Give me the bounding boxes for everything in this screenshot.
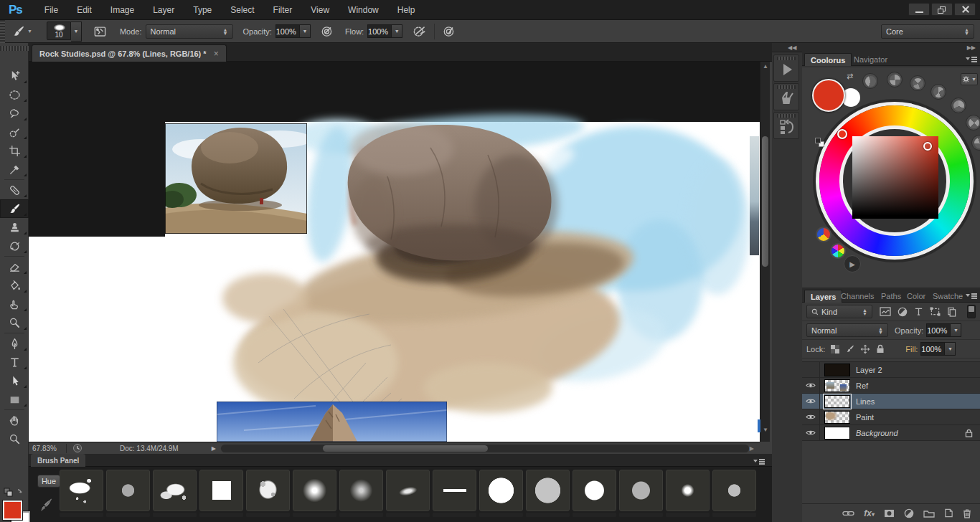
layer-thumbnail[interactable]: [824, 364, 850, 376]
default-colors-icon[interactable]: [815, 138, 825, 148]
menu-filter[interactable]: Filter: [264, 0, 302, 20]
menu-file[interactable]: File: [35, 0, 67, 20]
brush-preset-soft-round-small[interactable]: [666, 470, 710, 511]
scroll-right-icon[interactable]: ▶: [750, 445, 754, 452]
brush-preset-soft-round-large[interactable]: [293, 470, 336, 511]
zoom-level-field[interactable]: 67.83%: [32, 444, 67, 453]
menu-image[interactable]: Image: [101, 0, 143, 20]
brush-preset-square[interactable]: [199, 470, 243, 511]
saturation-value-marker[interactable]: [923, 142, 932, 151]
blend-mode-select[interactable]: Normal ▲▼: [806, 323, 888, 337]
tool-type[interactable]: [0, 353, 29, 371]
menu-type[interactable]: Type: [184, 0, 221, 20]
visibility-toggle[interactable]: [802, 409, 820, 425]
brush-preset-hard-round-white-medium[interactable]: [573, 470, 616, 511]
document-tab[interactable]: Rock Studies.psd @ 67.8% (Lines, RGB/16)…: [32, 44, 227, 62]
mode-select[interactable]: Normal ▲▼: [146, 24, 233, 39]
tool-brush[interactable]: [0, 199, 29, 218]
panel-menu-icon[interactable]: [966, 293, 977, 300]
delete-layer-trash-icon[interactable]: [963, 508, 971, 518]
opacity-field[interactable]: 100%: [275, 24, 300, 38]
layer-thumbnail[interactable]: [824, 427, 850, 440]
panel-button-history[interactable]: [773, 112, 799, 139]
brush-preset-picker[interactable]: 10 ▼: [47, 22, 82, 42]
filter-toggle-switch[interactable]: [967, 305, 976, 318]
menu-edit[interactable]: Edit: [67, 0, 101, 20]
flow-field[interactable]: 100%: [367, 24, 392, 38]
horizontal-scrollbar[interactable]: [221, 445, 749, 452]
lock-transparency-icon[interactable]: [829, 344, 841, 354]
tool-eraser[interactable]: [0, 257, 29, 276]
new-layer-icon[interactable]: [944, 508, 953, 518]
close-button[interactable]: [954, 3, 976, 16]
menu-help[interactable]: Help: [388, 0, 425, 20]
harmony-mono-button[interactable]: [862, 73, 878, 89]
menu-select[interactable]: Select: [221, 0, 263, 20]
brush-preset-flat-line[interactable]: [433, 470, 476, 511]
airbrush-button[interactable]: [410, 23, 429, 40]
visibility-toggle[interactable]: [802, 378, 820, 394]
brush-picker-arrow[interactable]: ▼: [71, 22, 82, 42]
harmony-tetrad-button[interactable]: [966, 115, 980, 130]
scroll-down-icon[interactable]: ▼: [763, 427, 768, 433]
tool-dodge[interactable]: [0, 313, 29, 332]
canvas-area[interactable]: [29, 62, 760, 442]
ryb-mode-button[interactable]: [816, 227, 831, 242]
add-layer-mask-icon[interactable]: [884, 509, 895, 518]
filter-smart-object-icon[interactable]: [947, 307, 956, 317]
brush-preset-soft-round-faint[interactable]: [339, 470, 383, 511]
minimize-button[interactable]: [908, 3, 930, 16]
tool-quick-selection[interactable]: [0, 123, 29, 141]
hue-button[interactable]: Hue: [37, 475, 60, 488]
tool-preset-picker[interactable]: ▼: [9, 23, 35, 40]
vertical-scrollbar-thumb[interactable]: [762, 136, 768, 267]
tab-navigator[interactable]: Navigator: [848, 53, 893, 66]
tool-smudge[interactable]: [0, 295, 29, 313]
foreground-color-swatch[interactable]: [3, 500, 22, 520]
menu-window[interactable]: Window: [339, 0, 388, 20]
flow-dropdown-arrow[interactable]: ▼: [392, 24, 402, 38]
tool-hand[interactable]: [0, 411, 29, 430]
vertical-scrollbar[interactable]: ▲ ▼: [760, 62, 770, 442]
coolorus-settings-button[interactable]: ▼: [961, 73, 978, 85]
tool-zoom[interactable]: [0, 430, 29, 448]
panel-button-actions[interactable]: [773, 54, 799, 82]
doc-info-icon[interactable]: [72, 443, 83, 453]
harmony-split-button[interactable]: [930, 84, 946, 100]
swap-colors-icon[interactable]: ⇄: [847, 72, 853, 81]
layer-opacity-field[interactable]: 100%: [926, 323, 951, 337]
tab-swatches[interactable]: Swatches: [927, 290, 963, 303]
brush-panel-tab[interactable]: Brush Panel: [31, 454, 85, 467]
tools-panel-gripper[interactable]: [0, 46, 29, 51]
restore-button[interactable]: [931, 3, 953, 16]
app-logo[interactable]: Ps: [9, 3, 22, 17]
filter-adjustment-icon[interactable]: [897, 307, 908, 317]
lock-all-icon[interactable]: [875, 344, 886, 354]
tablet-pressure-size-button[interactable]: [440, 23, 458, 40]
scroll-up-icon[interactable]: ▲: [763, 63, 768, 70]
add-adjustment-icon[interactable]: [904, 508, 914, 518]
visibility-toggle[interactable]: [802, 425, 820, 441]
hue-marker[interactable]: [837, 129, 847, 139]
layer-opacity-arrow[interactable]: ▼: [951, 323, 961, 337]
brush-preset-organic-splatter[interactable]: [60, 470, 103, 511]
layer-thumbnail[interactable]: [824, 395, 850, 408]
layer-thumbnail[interactable]: [824, 411, 850, 424]
filter-shape-icon[interactable]: [930, 307, 941, 316]
default-colors-icon[interactable]: [4, 488, 25, 498]
new-group-folder-icon[interactable]: [923, 509, 935, 518]
layer-fill-field[interactable]: 100%: [920, 342, 945, 356]
tool-eyedropper[interactable]: [0, 160, 29, 179]
tool-pen[interactable]: [0, 334, 29, 353]
layer-row-lines[interactable]: Lines: [802, 394, 980, 409]
harmony-triad-button[interactable]: [951, 98, 966, 113]
menu-layer[interactable]: Layer: [143, 0, 184, 20]
status-expand-icon[interactable]: ▶: [212, 445, 216, 452]
tab-channels[interactable]: Channels: [835, 290, 880, 303]
rgb-mode-button[interactable]: [830, 243, 846, 259]
filter-type-icon[interactable]: [914, 307, 923, 316]
brush-preset-small-round-gray[interactable]: [106, 470, 150, 511]
visibility-toggle[interactable]: [802, 362, 820, 378]
options-bar-gripper[interactable]: [0, 20, 5, 43]
horizontal-scrollbar-thumb[interactable]: [323, 445, 488, 452]
